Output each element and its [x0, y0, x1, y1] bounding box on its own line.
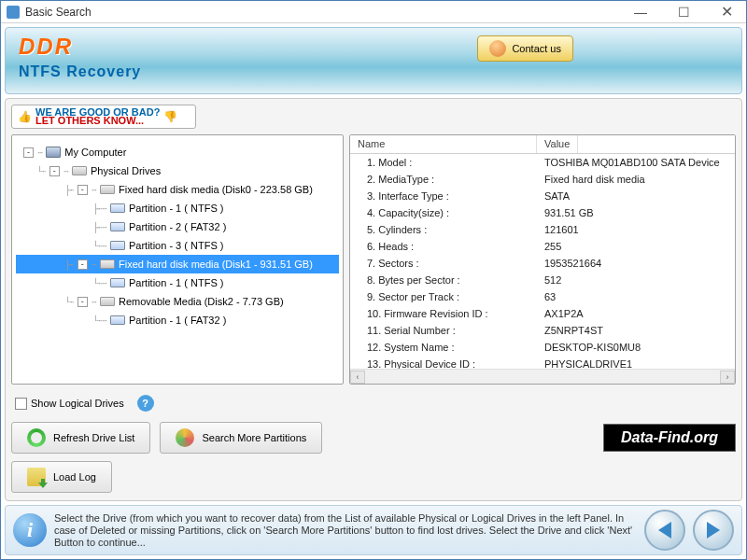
- property-name: 10. Firmware Revision ID :: [350, 308, 537, 319]
- property-name: 1. Model :: [350, 157, 537, 168]
- logo-subtitle: NTFS Recovery: [19, 63, 141, 80]
- property-row[interactable]: 6. Heads :255: [350, 238, 735, 255]
- tree-disk2[interactable]: └··-···Removable Media (Disk2 - 7.73 GB): [16, 292, 339, 311]
- thumb-up-icon: 👍: [18, 110, 32, 123]
- contact-label: Contact us: [512, 43, 561, 54]
- refresh-drive-list-button[interactable]: Refresh Drive List: [11, 422, 150, 454]
- property-name: 5. Cylinders :: [350, 224, 537, 235]
- property-row[interactable]: 8. Bytes per Sector :512: [350, 272, 735, 288]
- maximize-button[interactable]: ☐: [669, 3, 698, 21]
- property-name: 11. Serial Number :: [350, 325, 537, 336]
- arrow-right-icon: [707, 522, 720, 539]
- window-title: Basic Search: [25, 6, 627, 19]
- property-value: Z5NRPT4ST: [537, 325, 603, 336]
- expand-icon[interactable]: -: [49, 166, 60, 176]
- column-name[interactable]: Name: [350, 135, 537, 153]
- property-row[interactable]: 3. Interface Type :SATA: [350, 188, 735, 204]
- arrow-left-icon: [658, 522, 671, 539]
- property-value: 255: [537, 241, 561, 252]
- footer-bar: i Select the Drive (from which you want …: [5, 505, 742, 555]
- search-icon: [176, 428, 194, 447]
- property-value: 512: [537, 274, 561, 286]
- next-button[interactable]: [693, 510, 734, 551]
- drive-tree-panel[interactable]: -···My Computer └··-···Physical Drives ├…: [11, 134, 344, 385]
- property-value: 1953521664: [537, 258, 601, 269]
- feedback-line2: LET OTHERS KNOW...: [35, 117, 160, 125]
- brand-badge: Data-Find.org: [603, 424, 736, 452]
- partition-icon: [110, 203, 125, 213]
- app-window: Basic Search — ☐ ✕ DDR NTFS Recovery Con…: [0, 0, 747, 560]
- disk-icon: [100, 259, 115, 269]
- app-icon: [7, 6, 20, 19]
- properties-list[interactable]: 1. Model :TOSHIBA MQ01ABD100 SATA Device…: [350, 154, 735, 369]
- tree-disk1-partition1[interactable]: └·····Partition - 1 ( NTFS ): [16, 273, 339, 292]
- property-name: 6. Heads :: [350, 241, 537, 252]
- property-value: PHYSICALDRIVE1: [537, 358, 632, 369]
- close-button[interactable]: ✕: [712, 3, 740, 21]
- property-row[interactable]: 11. Serial Number :Z5NRPT4ST: [350, 322, 735, 339]
- property-row[interactable]: 7. Sectors :1953521664: [350, 255, 735, 272]
- titlebar: Basic Search — ☐ ✕: [1, 1, 746, 23]
- tree-disk1[interactable]: ├··-···Fixed hard disk media (Disk1 - 93…: [16, 255, 339, 273]
- column-value[interactable]: Value: [537, 135, 578, 153]
- property-row[interactable]: 10. Firmware Revision ID :AX1P2A: [350, 305, 735, 322]
- footer-text: Select the Drive (from which you want to…: [54, 512, 637, 549]
- property-value: 121601: [537, 224, 579, 235]
- partition-icon: [110, 222, 125, 231]
- computer-icon: [46, 147, 61, 158]
- contact-icon: [489, 40, 506, 57]
- checkbox-icon: [15, 398, 27, 410]
- property-value: 63: [537, 291, 556, 302]
- property-value: 931.51 GB: [537, 207, 594, 218]
- property-row[interactable]: 9. Sector per Track :63: [350, 288, 735, 305]
- tree-root[interactable]: -···My Computer: [16, 143, 339, 161]
- tree-physical-drives[interactable]: └··-···Physical Drives: [16, 161, 339, 180]
- disk-icon: [100, 297, 115, 306]
- feedback-button[interactable]: 👍 WE ARE GOOD OR BAD? LET OTHERS KNOW...…: [11, 105, 196, 129]
- expand-icon[interactable]: -: [78, 259, 88, 270]
- property-row[interactable]: 4. Capacity(size) :931.51 GB: [350, 204, 735, 221]
- refresh-icon: [27, 428, 46, 447]
- prev-button[interactable]: [644, 510, 685, 551]
- partition-icon: [110, 241, 125, 250]
- property-name: 8. Bytes per Sector :: [350, 274, 537, 286]
- expand-icon[interactable]: -: [78, 297, 88, 307]
- tree-disk0-partition2[interactable]: ├·····Partition - 2 ( FAT32 ): [16, 217, 339, 236]
- property-value: DESKTOP-KIS0MU8: [537, 342, 641, 353]
- property-row[interactable]: 1. Model :TOSHIBA MQ01ABD100 SATA Device: [350, 154, 735, 171]
- property-row[interactable]: 12. System Name :DESKTOP-KIS0MU8: [350, 339, 735, 356]
- search-more-partitions-button[interactable]: Search More Partitions: [160, 422, 322, 454]
- disk-icon: [100, 185, 115, 194]
- horizontal-scrollbar[interactable]: ‹›: [350, 369, 735, 384]
- properties-header: Name Value: [350, 135, 735, 154]
- contact-us-button[interactable]: Contact us: [477, 35, 573, 62]
- property-row[interactable]: 13. Physical Device ID :PHYSICALDRIVE1: [350, 356, 735, 369]
- property-value: Fixed hard disk media: [537, 174, 645, 185]
- property-row[interactable]: 5. Cylinders :121601: [350, 221, 735, 238]
- help-button[interactable]: ?: [137, 395, 154, 412]
- show-logical-drives-checkbox[interactable]: Show Logical Drives: [15, 398, 124, 410]
- property-value: SATA: [537, 190, 570, 202]
- properties-panel: Name Value 1. Model :TOSHIBA MQ01ABD100 …: [349, 134, 736, 385]
- tree-disk0-partition1[interactable]: ├·····Partition - 1 ( NTFS ): [16, 199, 339, 217]
- load-log-button[interactable]: Load Log: [11, 461, 112, 493]
- property-name: 7. Sectors :: [350, 258, 537, 269]
- partition-icon: [110, 278, 125, 287]
- property-name: 3. Interface Type :: [350, 190, 537, 202]
- expand-icon[interactable]: -: [23, 147, 34, 158]
- body-area: 👍 WE ARE GOOD OR BAD? LET OTHERS KNOW...…: [5, 98, 742, 501]
- property-name: 9. Sector per Track :: [350, 291, 537, 302]
- tree-disk2-partition1[interactable]: └·····Partition - 1 ( FAT32 ): [16, 311, 339, 329]
- property-value: AX1P2A: [537, 308, 584, 319]
- property-value: TOSHIBA MQ01ABD100 SATA Device: [537, 157, 720, 168]
- tree-disk0[interactable]: ├··-···Fixed hard disk media (Disk0 - 22…: [16, 180, 339, 199]
- property-name: 12. System Name :: [350, 342, 537, 353]
- minimize-button[interactable]: —: [627, 3, 655, 21]
- logo-text: DDR: [19, 34, 141, 60]
- partition-icon: [110, 315, 125, 325]
- expand-icon[interactable]: -: [78, 185, 88, 195]
- property-row[interactable]: 2. MediaType :Fixed hard disk media: [350, 171, 735, 188]
- info-icon: i: [13, 513, 47, 547]
- tree-disk0-partition3[interactable]: └·····Partition - 3 ( NTFS ): [16, 236, 339, 255]
- property-name: 13. Physical Device ID :: [350, 358, 537, 369]
